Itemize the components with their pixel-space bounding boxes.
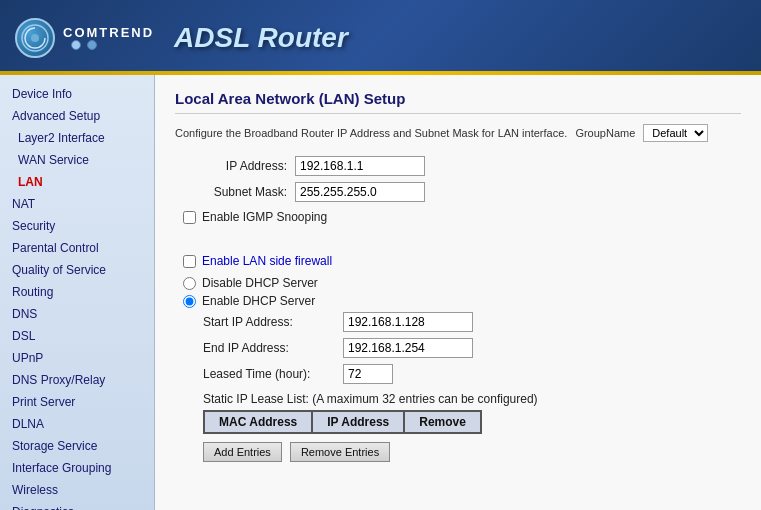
end-ip-row: End IP Address: [203, 338, 741, 358]
firewall-row: Enable LAN side firewall [183, 254, 741, 268]
sidebar-item-qos[interactable]: Quality of Service [0, 259, 154, 281]
sidebar-item-routing[interactable]: Routing [0, 281, 154, 303]
logo-icon [15, 18, 55, 58]
sidebar-item-device-info[interactable]: Device Info [0, 83, 154, 105]
sidebar-item-parental-control[interactable]: Parental Control [0, 237, 154, 259]
sidebar-item-dlna[interactable]: DLNA [0, 413, 154, 435]
description-text: Configure the Broadband Router IP Addres… [175, 127, 567, 139]
sidebar-item-wan-service[interactable]: WAN Service [0, 149, 154, 171]
subnet-mask-label: Subnet Mask: [175, 185, 295, 199]
static-ip-table: MAC Address IP Address Remove [203, 410, 482, 434]
sidebar-item-diagnostics[interactable]: Diagnostics [0, 501, 154, 510]
end-ip-input[interactable] [343, 338, 473, 358]
enable-dhcp-row: Enable DHCP Server [183, 294, 741, 308]
sidebar-item-print-server[interactable]: Print Server [0, 391, 154, 413]
igmp-snooping-checkbox[interactable] [183, 211, 196, 224]
brand-name: COMTREND [63, 25, 154, 40]
igmp-snooping-row: Enable IGMP Snooping [183, 210, 741, 224]
ip-address-input[interactable] [295, 156, 425, 176]
firewall-link[interactable]: Enable LAN side firewall [202, 254, 332, 268]
group-name-select[interactable]: Default [643, 124, 708, 142]
sidebar-item-upnp[interactable]: UPnP [0, 347, 154, 369]
table-header-ip: IP Address [312, 411, 404, 433]
spacer-1 [175, 232, 741, 246]
table-header-remove: Remove [404, 411, 481, 433]
start-ip-row: Start IP Address: [203, 312, 741, 332]
static-ip-table-container: MAC Address IP Address Remove [203, 410, 741, 434]
table-header-mac: MAC Address [204, 411, 312, 433]
disable-dhcp-label: Disable DHCP Server [202, 276, 318, 290]
svg-point-1 [31, 34, 39, 42]
layout: Device Info Advanced Setup Layer2 Interf… [0, 75, 761, 510]
sidebar-item-wireless[interactable]: Wireless [0, 479, 154, 501]
subnet-mask-row: Subnet Mask: [175, 182, 741, 202]
static-ip-list-label: Static IP Lease List: (A maximum 32 entr… [203, 392, 741, 406]
leased-time-label: Leased Time (hour): [203, 367, 343, 381]
disable-dhcp-row: Disable DHCP Server [183, 276, 741, 290]
leased-time-input[interactable] [343, 364, 393, 384]
remove-entries-button[interactable]: Remove Entries [290, 442, 390, 462]
group-name-label: GroupName [575, 127, 635, 139]
sidebar-item-advanced-setup[interactable]: Advanced Setup [0, 105, 154, 127]
firewall-checkbox[interactable] [183, 255, 196, 268]
sidebar-item-storage-service[interactable]: Storage Service [0, 435, 154, 457]
description-row: Configure the Broadband Router IP Addres… [175, 124, 741, 142]
enable-dhcp-radio[interactable] [183, 295, 196, 308]
sidebar-item-layer2-interface[interactable]: Layer2 Interface [0, 127, 154, 149]
header-dots [71, 40, 154, 50]
enable-dhcp-label: Enable DHCP Server [202, 294, 315, 308]
firewall-label: Enable LAN side firewall [202, 254, 332, 268]
main-content: Local Area Network (LAN) Setup Configure… [155, 75, 761, 510]
dot-1 [71, 40, 81, 50]
disable-dhcp-radio[interactable] [183, 277, 196, 290]
sidebar-item-lan[interactable]: LAN [0, 171, 154, 193]
start-ip-input[interactable] [343, 312, 473, 332]
header: COMTREND ADSL Router [0, 0, 761, 75]
ip-address-row: IP Address: [175, 156, 741, 176]
logo-area: COMTREND [15, 18, 154, 58]
sidebar-item-dns[interactable]: DNS [0, 303, 154, 325]
sidebar-item-dsl[interactable]: DSL [0, 325, 154, 347]
add-entries-button[interactable]: Add Entries [203, 442, 282, 462]
sidebar-item-security[interactable]: Security [0, 215, 154, 237]
sidebar-item-interface-grouping[interactable]: Interface Grouping [0, 457, 154, 479]
leased-time-row: Leased Time (hour): [203, 364, 741, 384]
ip-address-label: IP Address: [175, 159, 295, 173]
action-buttons-row: Add Entries Remove Entries [203, 442, 741, 462]
sidebar-item-dns-proxy[interactable]: DNS Proxy/Relay [0, 369, 154, 391]
subnet-mask-input[interactable] [295, 182, 425, 202]
page-title: Local Area Network (LAN) Setup [175, 90, 741, 114]
product-title: ADSL Router [174, 22, 348, 54]
sidebar-item-nat[interactable]: NAT [0, 193, 154, 215]
sidebar: Device Info Advanced Setup Layer2 Interf… [0, 75, 155, 510]
dot-2 [87, 40, 97, 50]
end-ip-label: End IP Address: [203, 341, 343, 355]
igmp-snooping-label: Enable IGMP Snooping [202, 210, 327, 224]
start-ip-label: Start IP Address: [203, 315, 343, 329]
